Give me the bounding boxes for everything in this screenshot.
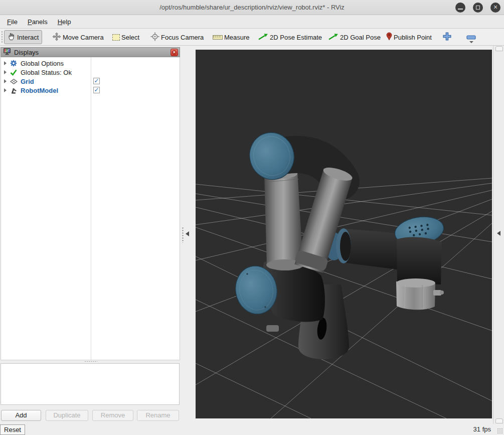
- menu-help[interactable]: Help: [53, 17, 76, 27]
- map-pin-icon: [386, 32, 392, 42]
- tool-select[interactable]: Select: [109, 30, 142, 44]
- tool-label: 2D Pose Estimate: [270, 34, 322, 41]
- tree-column-divider[interactable]: [91, 57, 91, 360]
- toolbar-drag-handle[interactable]: [1, 31, 4, 44]
- window-title: /opt/ros/humble/share/ur_description/rvi…: [0, 0, 504, 15]
- robotmodel-visibility-checkbox[interactable]: ✓: [93, 87, 100, 93]
- menu-panels[interactable]: Panels: [23, 17, 53, 27]
- green-arrow-icon: [258, 33, 268, 42]
- tree-row-grid[interactable]: Grid ✓: [1, 77, 180, 86]
- add-display-button[interactable]: Add: [1, 410, 41, 421]
- right-strip-top-button[interactable]: [495, 46, 503, 51]
- check-icon: [10, 69, 18, 76]
- tree-row-global-status[interactable]: Global Status: Ok: [1, 68, 180, 77]
- tree-label: Global Options: [21, 60, 64, 67]
- displays-panel-header: Displays ×: [1, 47, 180, 57]
- tool-move-camera[interactable]: Move Camera: [49, 30, 107, 44]
- toolbar: Interact Move Camera Select Focus Camera…: [0, 29, 504, 46]
- tool-label: Focus Camera: [161, 34, 204, 41]
- expander-icon[interactable]: [4, 70, 7, 74]
- tool-interact[interactable]: Interact: [4, 30, 42, 44]
- displays-panel-title: Displays: [14, 49, 39, 56]
- tree-row-global-options[interactable]: Global Options: [1, 59, 180, 68]
- maximize-button[interactable]: [473, 3, 483, 13]
- resize-grip[interactable]: [497, 428, 503, 434]
- description-box: [1, 363, 180, 405]
- 3d-viewport[interactable]: [196, 50, 492, 418]
- hand-icon: [8, 32, 16, 42]
- selection-box-icon: [112, 34, 120, 41]
- tool-label: Move Camera: [63, 34, 104, 41]
- robot-model-render: [196, 50, 492, 418]
- ruler-icon: [213, 35, 223, 40]
- plus-icon: [442, 32, 452, 43]
- ur-robot-arm: [232, 127, 445, 359]
- duplicate-display-button: Duplicate: [46, 410, 88, 421]
- right-panel-strip: [493, 46, 504, 424]
- menu-file[interactable]: File: [2, 17, 23, 27]
- grid-visibility-checkbox[interactable]: ✓: [93, 78, 100, 84]
- tool-label: 2D Goal Pose: [340, 34, 381, 41]
- displays-close-button[interactable]: ×: [171, 49, 178, 56]
- focus-target-icon: [150, 32, 159, 43]
- minus-icon: [466, 34, 476, 41]
- tree-label: RobotModel: [21, 87, 58, 94]
- tool-measure[interactable]: Measure: [210, 30, 253, 44]
- close-icon: ×: [490, 3, 500, 13]
- monitor-icon: [3, 48, 11, 57]
- move-arrows-icon: [52, 32, 61, 43]
- displays-tree: Global Options Global Status: Ok Grid ✓ …: [1, 57, 180, 360]
- panel-splitter-handle[interactable]: [84, 361, 97, 362]
- grid-icon: [10, 78, 18, 85]
- tool-label: Measure: [224, 34, 250, 41]
- menu-bar: File Panels Help: [0, 16, 504, 29]
- expander-icon[interactable]: [4, 88, 7, 92]
- tree-label: Grid: [21, 78, 34, 85]
- tool-dropdown-caret[interactable]: [469, 41, 473, 43]
- tree-row-robotmodel[interactable]: RobotModel ✓: [1, 86, 180, 95]
- robot-icon: [10, 87, 18, 94]
- tool-2d-pose-estimate[interactable]: 2D Pose Estimate: [255, 30, 325, 44]
- tool-2d-goal-pose[interactable]: 2D Goal Pose: [325, 30, 384, 44]
- tool-label: Select: [121, 34, 139, 41]
- expander-icon[interactable]: [4, 61, 7, 65]
- title-bar: /opt/ros/humble/share/ur_description/rvi…: [0, 0, 504, 15]
- rename-display-button: Rename: [137, 410, 179, 421]
- close-button[interactable]: ×: [490, 3, 500, 13]
- remove-display-button: Remove: [92, 410, 133, 421]
- tool-label: Publish Point: [394, 34, 432, 41]
- fps-counter: 31 fps: [473, 425, 491, 433]
- status-bar: Reset 31 fps: [0, 424, 504, 435]
- collapse-right-panel-arrow[interactable]: [497, 231, 500, 236]
- panel-close-icon: ×: [172, 50, 177, 55]
- tool-label: Interact: [17, 34, 39, 41]
- minimize-icon: [458, 9, 463, 10]
- center-splitter-handle[interactable]: [182, 227, 184, 243]
- tree-label: Global Status: Ok: [21, 69, 72, 76]
- gear-icon: [10, 60, 18, 67]
- maximize-icon: [476, 6, 480, 10]
- right-strip-bottom-button[interactable]: [495, 418, 503, 423]
- green-arrow-icon: [328, 33, 339, 42]
- tool-focus-camera[interactable]: Focus Camera: [147, 30, 207, 44]
- collapse-left-panel-arrow[interactable]: [186, 231, 189, 236]
- add-tool-button[interactable]: [439, 30, 455, 44]
- expander-icon[interactable]: [4, 79, 7, 83]
- minimize-button[interactable]: [455, 3, 465, 13]
- tool-publish-point[interactable]: Publish Point: [383, 30, 435, 44]
- reset-button[interactable]: Reset: [0, 424, 25, 435]
